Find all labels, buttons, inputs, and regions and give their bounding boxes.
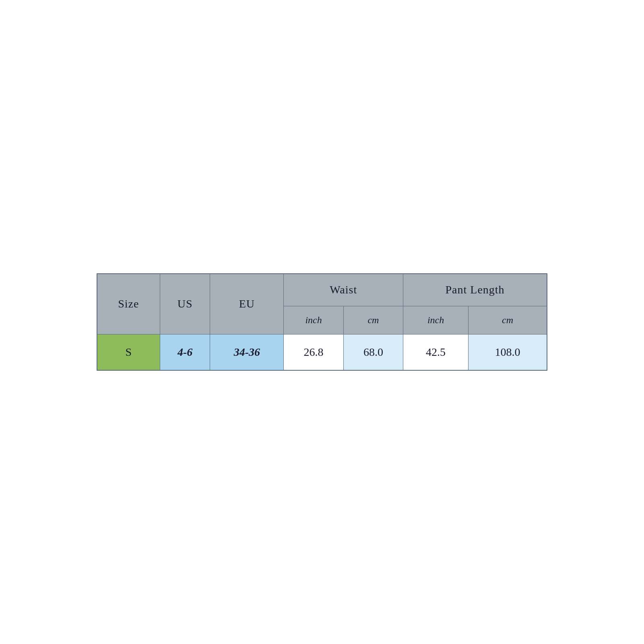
size-chart-container: Size US EU Waist Pant Length inch cm inc… — [97, 273, 547, 371]
subheader-pant-inch: inch — [403, 306, 469, 334]
col-header-waist: Waist — [284, 274, 403, 306]
col-header-us: US — [160, 274, 210, 334]
col-header-size: Size — [97, 274, 160, 334]
cell-pant-inch: 42.5 — [403, 334, 469, 370]
subheader-waist-cm: cm — [343, 306, 403, 334]
cell-pant-cm: 108.0 — [469, 334, 547, 370]
size-chart-table: Size US EU Waist Pant Length inch cm inc… — [97, 273, 547, 371]
cell-size: S — [97, 334, 160, 370]
col-header-eu: EU — [210, 274, 284, 334]
cell-us: 4-6 — [160, 334, 210, 370]
header-row-main: Size US EU Waist Pant Length — [97, 274, 547, 306]
cell-eu: 34-36 — [210, 334, 284, 370]
table-row: S 4-6 34-36 26.8 68.0 42.5 108.0 — [97, 334, 547, 370]
subheader-pant-cm: cm — [469, 306, 547, 334]
subheader-waist-inch: inch — [284, 306, 343, 334]
col-header-pant-length: Pant Length — [403, 274, 547, 306]
cell-waist-inch: 26.8 — [284, 334, 343, 370]
cell-waist-cm: 68.0 — [343, 334, 403, 370]
